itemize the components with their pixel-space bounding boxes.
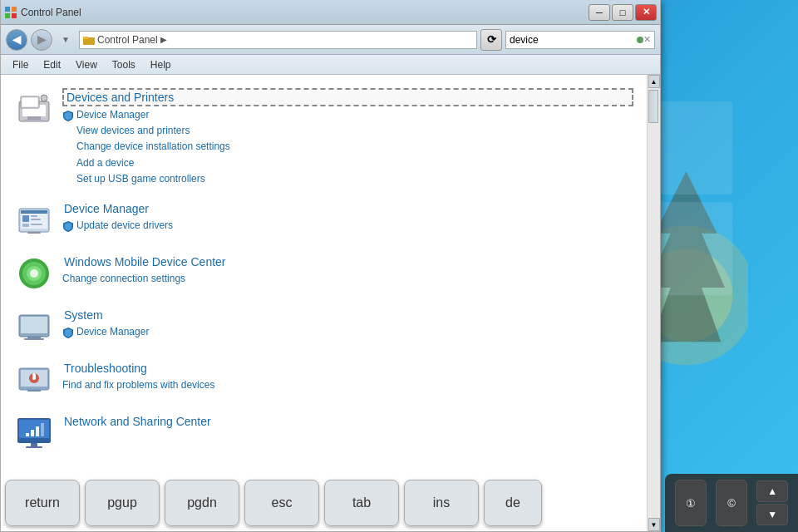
key-pgup[interactable]: pgup	[85, 480, 160, 526]
link-update-drivers[interactable]: Update device drivers	[76, 218, 173, 234]
link-change-connection[interactable]: Change connection settings	[62, 271, 633, 287]
svg-rect-22	[21, 210, 47, 214]
key-tab[interactable]: tab	[324, 480, 399, 526]
maximize-button[interactable]: □	[612, 4, 633, 21]
result-item-network: Network and Sharing Center	[11, 408, 637, 458]
title-bar-left: Control Panel	[4, 6, 81, 19]
svg-rect-47	[31, 430, 34, 436]
search-input[interactable]	[510, 34, 635, 46]
dropdown-arrow[interactable]: ▼	[56, 30, 76, 50]
folder-icon	[83, 34, 95, 46]
svg-rect-16	[24, 120, 44, 121]
window-controls: ─ □ ✕	[589, 4, 657, 21]
corner-key-sym[interactable]: ©	[716, 480, 747, 526]
minimize-button[interactable]: ─	[589, 4, 610, 21]
svg-rect-44	[31, 443, 37, 446]
refresh-button[interactable]: ⟳	[480, 29, 502, 51]
scroll-up-arrow[interactable]: ▲	[648, 75, 660, 88]
devices-printers-title[interactable]: Devices and Printers	[62, 88, 633, 106]
svg-rect-8	[12, 7, 17, 12]
result-item-troubleshooting: Troubleshooting Find and fix problems wi…	[11, 355, 637, 405]
main-content: Devices and Printers Device Manager View…	[1, 75, 647, 531]
svg-rect-49	[41, 423, 44, 436]
scroll-thumb[interactable]	[648, 90, 658, 123]
corner-panel: ① © ▲ ▼	[665, 474, 798, 532]
search-clear-button[interactable]: ✕	[643, 34, 651, 45]
menu-help[interactable]: Help	[144, 57, 178, 72]
result-item-wmdc: Windows Mobile Device Center Change conn…	[11, 249, 637, 298]
result-content-network: Network and Sharing Center	[62, 413, 633, 431]
menu-file[interactable]: File	[6, 57, 35, 72]
svg-rect-12	[83, 37, 88, 39]
icon-device-manager	[14, 200, 54, 240]
link-find-fix[interactable]: Find and fix problems with devices	[62, 377, 633, 393]
key-de[interactable]: de	[484, 480, 542, 526]
icon-devices-printers	[14, 88, 54, 128]
result-content-devices-printers: Devices and Printers Device Manager View…	[62, 88, 633, 187]
link-device-manager-2[interactable]: Device Manager	[76, 324, 149, 340]
icon-system	[14, 307, 54, 347]
content-area: Devices and Printers Device Manager View…	[1, 75, 660, 531]
shield-icon-1	[62, 110, 74, 121]
svg-rect-48	[36, 426, 39, 436]
scroll-track[interactable]	[648, 88, 660, 518]
search-active-indicator	[637, 37, 643, 43]
svg-rect-40	[32, 373, 36, 380]
troubleshooting-title[interactable]: Troubleshooting	[62, 360, 633, 377]
key-return[interactable]: return	[5, 480, 80, 526]
svg-rect-18	[22, 98, 37, 106]
icon-wmdc	[14, 254, 54, 293]
network-title[interactable]: Network and Sharing Center	[62, 413, 633, 430]
link-add-device[interactable]: Add a device	[76, 155, 633, 171]
menu-view[interactable]: View	[69, 57, 104, 72]
scrollbar[interactable]: ▲ ▼	[647, 75, 660, 531]
system-title[interactable]: System	[62, 307, 633, 323]
result-content-system: System Device Manager	[62, 307, 633, 340]
key-pgdn[interactable]: pgdn	[165, 480, 239, 526]
svg-rect-28	[27, 232, 41, 234]
link-device-manager-1[interactable]: Device Manager	[76, 107, 149, 123]
icon-network	[14, 413, 54, 453]
svg-rect-45	[26, 446, 42, 448]
search-box[interactable]: ✕	[505, 31, 655, 49]
key-ins[interactable]: ins	[404, 480, 479, 526]
forward-button[interactable]: ▶	[31, 29, 52, 51]
link-change-device[interactable]: Change device installation settings	[76, 139, 633, 155]
svg-rect-7	[5, 7, 10, 12]
link-view-devices[interactable]: View devices and printers	[76, 123, 633, 139]
window-icon	[4, 6, 17, 19]
svg-rect-34	[21, 317, 47, 333]
svg-rect-36	[24, 338, 44, 340]
menu-edit[interactable]: Edit	[37, 57, 67, 72]
svg-rect-25	[31, 219, 41, 220]
path-control-panel: Control Panel	[97, 34, 158, 46]
close-button[interactable]: ✕	[635, 4, 657, 21]
address-path[interactable]: Control Panel ▶	[79, 31, 477, 49]
address-bar: ◀ ▶ ▼ Control Panel ▶ ⟳ ✕	[1, 25, 660, 55]
menu-tools[interactable]: Tools	[106, 57, 142, 72]
corner-arrow-up[interactable]: ▲	[756, 480, 788, 502]
svg-rect-27	[31, 224, 42, 225]
device-manager-title[interactable]: Device Manager	[62, 200, 633, 217]
window-title: Control Panel	[21, 7, 81, 18]
result-item-devices-printers: Devices and Printers Device Manager View…	[11, 83, 637, 192]
result-content-troubleshooting: Troubleshooting Find and fix problems wi…	[62, 360, 633, 393]
key-esc[interactable]: esc	[244, 480, 319, 526]
menu-bar: File Edit View Tools Help	[1, 55, 660, 75]
result-item-device-manager: Device Manager Update device drivers	[11, 195, 637, 245]
svg-rect-24	[31, 215, 37, 217]
shield-icon-3	[62, 327, 74, 338]
back-button[interactable]: ◀	[6, 29, 27, 51]
wmdc-title[interactable]: Windows Mobile Device Center	[62, 254, 633, 270]
result-item-system: System Device Manager	[11, 302, 637, 352]
title-bar: Control Panel ─ □ ✕	[1, 0, 660, 25]
corner-key-caps[interactable]: ①	[675, 480, 707, 526]
devices-printers-links: Device Manager View devices and printers…	[62, 107, 633, 187]
corner-arrow-down[interactable]: ▼	[756, 504, 788, 525]
shield-icon-2	[62, 220, 74, 232]
svg-rect-26	[22, 224, 29, 227]
svg-rect-46	[26, 433, 29, 436]
link-usb-controllers[interactable]: Set up USB game controllers	[76, 171, 633, 187]
system-links: Device Manager	[62, 324, 633, 340]
svg-rect-9	[5, 13, 10, 18]
